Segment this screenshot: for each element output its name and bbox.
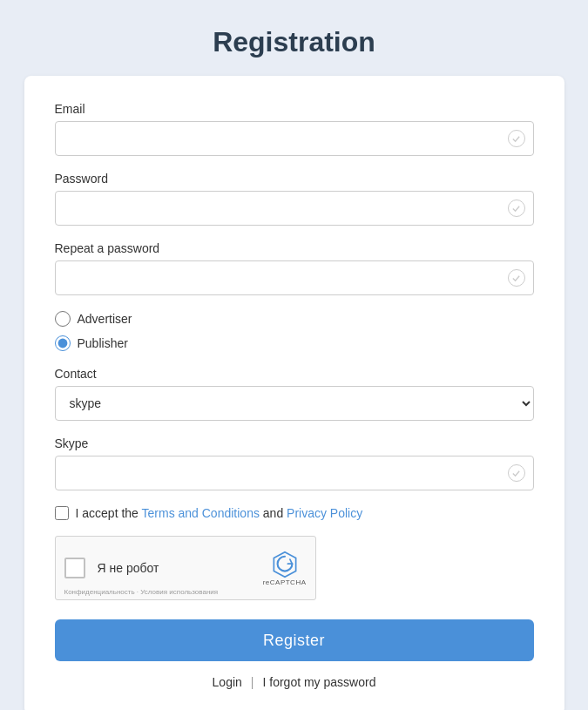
email-label: Email [55,102,534,116]
advertiser-radio[interactable] [55,311,71,327]
email-check-icon [508,130,525,147]
terms-prefix: I accept the [76,506,142,520]
skype-input[interactable] [55,456,534,490]
contact-select-wrapper: skype telegram email phone [55,386,534,421]
terms-checkbox[interactable] [55,506,69,520]
skype-label: Skype [55,436,534,450]
footer-links: Login | I forgot my password [55,675,534,689]
login-link[interactable]: Login [213,675,242,689]
registration-form: Email Password Repeat a password [24,76,564,710]
skype-field-group: Skype [55,436,534,490]
password-field-group: Password [55,172,534,226]
role-radio-group: Advertiser Publisher [55,311,534,351]
publisher-radio[interactable] [55,335,71,351]
repeat-password-check-icon [508,269,525,287]
password-input[interactable] [55,191,534,226]
register-button[interactable]: Register [55,619,534,661]
publisher-label: Publisher [78,336,128,350]
contact-select[interactable]: skype telegram email phone [55,386,534,421]
email-input-wrapper [55,121,534,156]
footer-divider: | [251,675,254,689]
privacy-link[interactable]: Privacy Policy [287,506,362,520]
contact-label: Contact [55,367,534,381]
password-check-icon [508,199,525,217]
contact-field-group: Contact skype telegram email phone [55,367,534,421]
repeat-password-label: Repeat a password [55,241,534,255]
email-field-group: Email [55,102,534,156]
advertiser-label: Advertiser [78,312,132,326]
forgot-password-link[interactable]: I forgot my password [262,675,375,689]
recaptcha-logo: reCAPTCHA [263,551,307,586]
terms-link[interactable]: Terms and Conditions [142,506,260,520]
terms-label: I accept the Terms and Conditions and Pr… [76,506,363,520]
recaptcha-small-text: Конфиденциальность · Условия использован… [64,588,219,596]
skype-input-wrapper [55,456,534,490]
repeat-password-field-group: Repeat a password [55,241,534,295]
recaptcha-text: Я не робот [98,561,256,575]
password-label: Password [55,172,534,186]
repeat-password-input[interactable] [55,260,534,295]
advertiser-radio-item[interactable]: Advertiser [55,311,534,327]
page-title: Registration [213,26,375,58]
repeat-password-input-wrapper [55,260,534,295]
publisher-radio-item[interactable]: Publisher [55,335,534,351]
terms-checkbox-row: I accept the Terms and Conditions and Pr… [55,506,534,520]
recaptcha-logo-icon [271,551,299,578]
recaptcha-checkbox[interactable] [64,558,85,578]
recaptcha-box[interactable]: Я не робот reCAPTCHA Конфиденциальность … [55,536,316,600]
terms-middle: and [260,506,287,520]
skype-check-icon [508,464,525,482]
email-input[interactable] [55,121,534,156]
recaptcha-brand-label: reCAPTCHA [263,578,307,586]
password-input-wrapper [55,191,534,226]
